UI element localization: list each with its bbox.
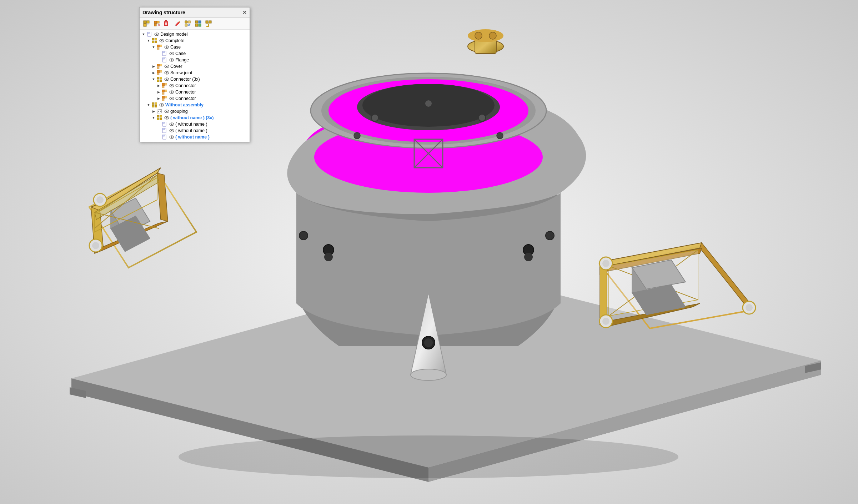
tree-label-screw-joint: Screw joint xyxy=(170,70,192,75)
svg-point-106 xyxy=(161,40,162,41)
svg-point-135 xyxy=(166,79,167,80)
svg-rect-121 xyxy=(160,64,162,66)
tree-arrow-connector-2[interactable] xyxy=(156,90,161,95)
svg-point-156 xyxy=(161,104,162,106)
svg-rect-136 xyxy=(162,83,165,86)
tree-label-without-assembly: Without assembly xyxy=(165,102,204,107)
tree-arrow-complete[interactable] xyxy=(146,38,151,43)
tree-item-design-model[interactable]: Design model xyxy=(140,31,250,37)
svg-point-25 xyxy=(324,253,333,261)
add-assembly-button[interactable]: + xyxy=(142,19,151,28)
tree-item-connector-3[interactable]: Connector xyxy=(140,95,250,102)
tree-eye-flange[interactable] xyxy=(169,57,175,63)
tree-item-connector-group[interactable]: Connector (3x) xyxy=(140,76,250,82)
svg-rect-132 xyxy=(157,80,159,82)
svg-rect-74 xyxy=(144,21,146,24)
svg-rect-137 xyxy=(165,83,167,85)
svg-rect-104 xyxy=(155,41,157,43)
tree-item-screw-joint[interactable]: Screw joint xyxy=(140,70,250,76)
svg-rect-117 xyxy=(162,57,165,59)
tree-arrow-screw-joint[interactable] xyxy=(151,70,156,75)
tree-arrow-without-name-group[interactable] xyxy=(151,115,156,120)
pencil-button[interactable] xyxy=(173,19,182,28)
tree-item-without-name-1[interactable]: ( without name ) xyxy=(140,121,250,127)
tree-eye-design-model[interactable] xyxy=(154,31,160,37)
svg-rect-95 xyxy=(209,21,211,23)
tree-item-complete[interactable]: Complete xyxy=(140,37,250,44)
svg-rect-153 xyxy=(152,105,154,107)
tree-label-grouping: grouping xyxy=(170,109,188,114)
tree-arrow-cover[interactable] xyxy=(151,64,156,69)
svg-rect-130 xyxy=(157,77,159,79)
tree-label-connector-3: Connector xyxy=(175,96,196,101)
svg-point-129 xyxy=(166,72,167,74)
tree-icon-without-name-3 xyxy=(162,134,167,140)
svg-point-27 xyxy=(524,253,533,261)
tree-item-case-group[interactable]: Case xyxy=(140,44,250,50)
tree-item-connector-2[interactable]: Connector xyxy=(140,89,250,95)
tree-item-without-assembly[interactable]: Without assembly xyxy=(140,102,250,108)
tree-item-case-item[interactable]: Case xyxy=(140,50,250,57)
tree-arrow-connector-1[interactable] xyxy=(156,83,161,88)
tree-arrow-grouping[interactable] xyxy=(151,109,156,114)
svg-rect-146 xyxy=(162,96,165,99)
tree-item-without-name-2[interactable]: ( without name ) xyxy=(140,127,250,134)
svg-rect-92 xyxy=(195,24,198,26)
tree-icon-connector-3 xyxy=(162,96,167,101)
tree-eye-screw-joint[interactable] xyxy=(164,70,170,76)
svg-rect-82 xyxy=(164,21,168,26)
tree-item-flange[interactable]: Flange xyxy=(140,57,250,63)
properties-button[interactable] xyxy=(194,19,203,28)
svg-rect-109 xyxy=(157,47,159,50)
svg-rect-126 xyxy=(160,70,162,72)
tree-eye-connector-3[interactable] xyxy=(169,96,175,101)
tree-arrow-design-model[interactable] xyxy=(141,32,146,37)
move-button[interactable]: ⟳ xyxy=(183,19,192,28)
tree-eye-connector-2[interactable] xyxy=(169,89,175,95)
tree-eye-cover[interactable] xyxy=(164,64,170,69)
tree-eye-complete[interactable] xyxy=(159,38,165,44)
tree-icon-connector-2 xyxy=(162,89,167,95)
drawing-structure-panel: Drawing structure ✕ +✕⟳ Design modelComp… xyxy=(139,7,250,142)
svg-rect-93 xyxy=(199,24,201,26)
svg-point-20 xyxy=(425,100,432,107)
tree-eye-without-name-group[interactable] xyxy=(164,115,170,121)
delete-button[interactable] xyxy=(162,19,172,28)
svg-point-63 xyxy=(746,304,753,311)
svg-point-171 xyxy=(171,124,172,125)
tree-arrow-connector-3[interactable] xyxy=(156,96,161,101)
panel-close-button[interactable]: ✕ xyxy=(242,10,247,15)
tree-eye-connector-group[interactable] xyxy=(164,76,170,82)
tree-label-without-name-3: ( without name ) xyxy=(175,135,210,140)
add-component-button[interactable]: ✕ xyxy=(152,19,161,28)
tree-label-connector-2: Connector xyxy=(175,90,196,95)
svg-rect-177 xyxy=(162,135,165,136)
tree-eye-grouping[interactable] xyxy=(164,109,170,114)
tree-item-without-name-group[interactable]: ( without name ) (3x) xyxy=(140,115,250,121)
svg-point-158 xyxy=(158,111,159,112)
tree-eye-without-name-1[interactable] xyxy=(169,121,175,127)
tree-arrow-without-assembly[interactable] xyxy=(146,102,151,107)
svg-rect-78 xyxy=(154,21,157,24)
svg-rect-79 xyxy=(157,21,159,23)
tree-item-cover[interactable]: Cover xyxy=(140,63,250,70)
expand-button[interactable] xyxy=(204,19,213,28)
tree-eye-connector-1[interactable] xyxy=(169,83,175,89)
tree-label-connector-1: Connector xyxy=(175,83,196,88)
tree-eye-without-assembly[interactable] xyxy=(159,102,165,108)
tree-eye-case-item[interactable] xyxy=(169,51,175,56)
tree-icon-cover xyxy=(157,64,162,69)
tree-arrow-case-group[interactable] xyxy=(151,45,156,50)
tree-arrow-connector-group[interactable] xyxy=(151,77,156,82)
tree-eye-without-name-3[interactable] xyxy=(169,134,175,140)
tree-icon-screw-joint xyxy=(157,70,162,76)
tree-item-grouping[interactable]: grouping xyxy=(140,108,250,115)
tree-label-without-name-1: ( without name ) xyxy=(175,122,207,127)
svg-point-17 xyxy=(475,32,482,39)
tree-eye-without-name-2[interactable] xyxy=(169,128,175,133)
viewport[interactable] xyxy=(0,0,858,504)
tree-item-connector-1[interactable]: Connector xyxy=(140,82,250,89)
tree-item-without-name-3[interactable]: ( without name ) xyxy=(140,134,250,140)
tree-eye-case-group[interactable] xyxy=(164,44,170,50)
svg-point-61 xyxy=(602,318,609,325)
